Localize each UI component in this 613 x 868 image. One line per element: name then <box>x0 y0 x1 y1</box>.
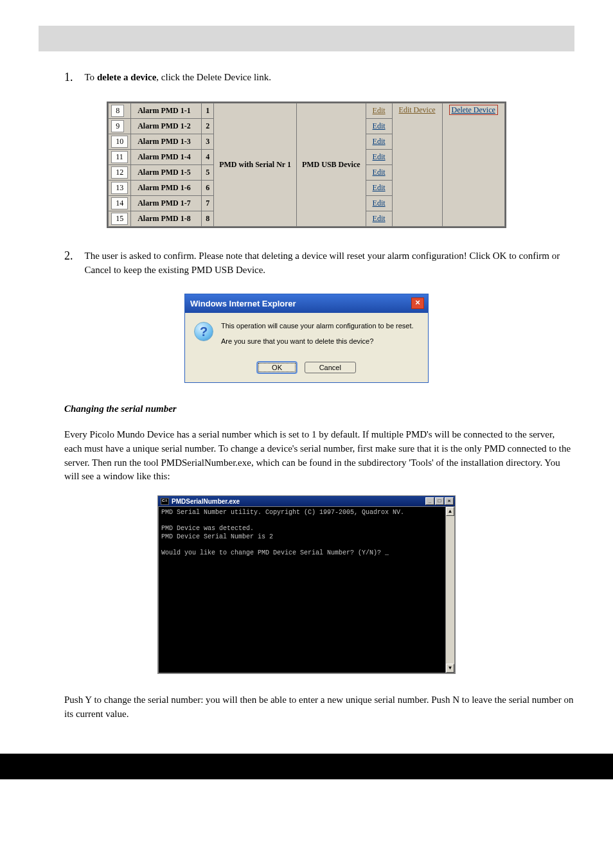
dialog-line-1: This operation will cause your alarm con… <box>221 322 414 330</box>
console-title-text: PMDSerialNumber.exe <box>172 498 240 505</box>
channel-number: 8 <box>202 211 214 226</box>
maximize-icon[interactable]: □ <box>435 497 444 505</box>
dialog-line-2: Are you sure that you want to delete thi… <box>221 337 414 345</box>
channel-number: 4 <box>202 149 214 164</box>
edit-link[interactable]: Edit <box>373 152 386 161</box>
row-index: 9 <box>111 120 124 132</box>
scroll-up-icon[interactable]: ▲ <box>446 507 454 516</box>
channel-number: 1 <box>202 103 214 118</box>
page-header-band <box>39 26 574 51</box>
edit-link[interactable]: Edit <box>373 137 386 146</box>
channel-number: 3 <box>202 134 214 149</box>
edit-device-link[interactable]: Edit Device <box>399 105 436 114</box>
ok-button[interactable]: OK <box>257 362 297 373</box>
dialog-titlebar: Windows Internet Explorer × <box>185 294 428 313</box>
console-output: PMD Serial Number utility. Copyright (C)… <box>158 506 445 673</box>
row-index: 11 <box>111 151 128 163</box>
console-app-icon <box>161 498 169 505</box>
alarm-name: Alarm PMD 1-3 <box>131 134 202 149</box>
step-text-2: The user is asked to confirm. Please not… <box>85 249 575 278</box>
alarm-name: Alarm PMD 1-5 <box>131 164 202 180</box>
step1-post: , click the Delete Device link. <box>156 72 271 82</box>
row-index: 14 <box>111 197 128 209</box>
close-icon[interactable]: × <box>445 497 454 505</box>
alarm-name: Alarm PMD 1-4 <box>131 149 202 164</box>
step1-pre: To <box>85 72 97 82</box>
page-footer-band <box>0 754 613 779</box>
console-titlebar: PMDSerialNumber.exe _ □ × <box>158 496 455 506</box>
device-serial-label: PMD with Serial Nr 1 <box>214 103 297 226</box>
alarm-name: Alarm PMD 1-2 <box>131 118 202 134</box>
close-icon[interactable]: × <box>411 297 424 309</box>
scroll-down-icon[interactable]: ▼ <box>446 664 454 673</box>
channel-number: 6 <box>202 180 214 195</box>
delete-device-link[interactable]: Delete Device <box>449 105 498 115</box>
edit-link[interactable]: Edit <box>373 214 386 223</box>
edit-link[interactable]: Edit <box>373 168 386 177</box>
subsection-heading: Changing the serial number <box>64 402 574 416</box>
row-index: 10 <box>111 136 128 148</box>
subsection-paragraph: Every Picolo Mundo Device has a serial n… <box>64 428 574 484</box>
step1-bold: delete a device <box>97 72 156 82</box>
console-window: PMDSerialNumber.exe _ □ × PMD Serial Num… <box>157 495 456 674</box>
row-index: 12 <box>111 166 128 179</box>
alarm-name: Alarm PMD 1-7 <box>131 195 202 211</box>
tail-paragraph: Push Y to change the serial number: you … <box>64 693 574 722</box>
cancel-button[interactable]: Cancel <box>305 362 356 373</box>
row-index: 8 <box>111 105 124 117</box>
step-text-1: To delete a device, click the Delete Dev… <box>85 71 272 85</box>
edit-link[interactable]: Edit <box>373 183 386 192</box>
step-number-1: 1. <box>64 71 73 85</box>
channel-number: 7 <box>202 195 214 211</box>
row-index: 13 <box>111 182 128 194</box>
question-icon: ? <box>194 322 213 341</box>
dialog-title-text: Windows Internet Explorer <box>190 299 296 308</box>
alarm-name: Alarm PMD 1-1 <box>131 103 202 118</box>
row-index: 15 <box>111 213 128 225</box>
channel-number: 2 <box>202 118 214 134</box>
edit-link[interactable]: Edit <box>373 121 386 130</box>
edit-link[interactable]: Edit <box>373 106 386 115</box>
confirm-dialog: Windows Internet Explorer × ? This opera… <box>184 294 429 383</box>
console-scrollbar[interactable]: ▲ ▼ <box>445 506 455 673</box>
edit-link[interactable]: Edit <box>373 199 386 208</box>
alarm-name: Alarm PMD 1-6 <box>131 180 202 195</box>
minimize-icon[interactable]: _ <box>425 497 434 505</box>
alarm-device-table: 8Alarm PMD 1-11PMD with Serial Nr 1PMD U… <box>107 102 506 228</box>
device-type-label: PMD USB Device <box>296 103 366 226</box>
alarm-name: Alarm PMD 1-8 <box>131 211 202 226</box>
channel-number: 5 <box>202 164 214 180</box>
dialog-message: This operation will cause your alarm con… <box>221 322 414 353</box>
step-number-2: 2. <box>64 249 73 278</box>
